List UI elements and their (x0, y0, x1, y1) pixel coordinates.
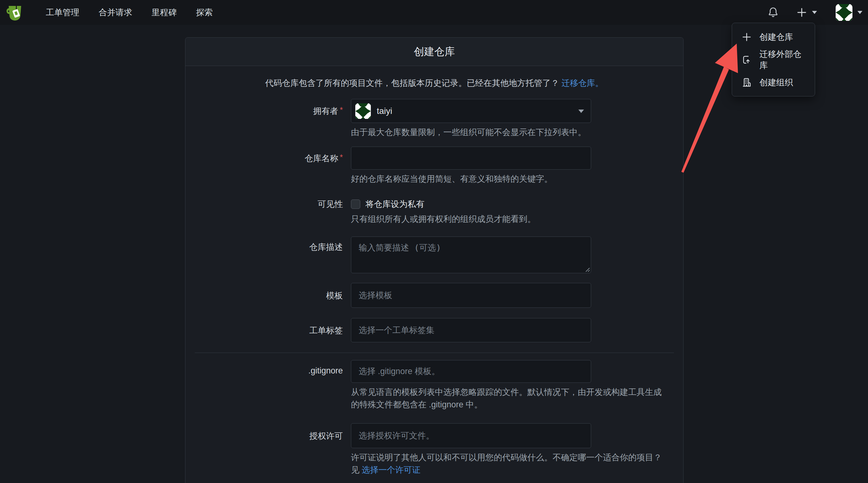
visibility-help: 只有组织所有人或拥有权利的组织成员才能看到。 (351, 213, 666, 225)
gitea-logo[interactable] (6, 3, 24, 22)
issue-labels-label: 工单标签 (195, 318, 351, 336)
template-row: 模板 (195, 283, 674, 308)
owner-value: taiyi (377, 106, 392, 116)
gitignore-row: .gitignore 从常见语言的模板列表中选择忽略跟踪的文件。默认情况下，由开… (195, 360, 674, 411)
chevron-down-icon (578, 110, 584, 113)
owner-label: 拥有者* (195, 99, 351, 117)
organization-icon (741, 77, 752, 88)
description-row: 仓库描述 (195, 237, 674, 273)
visibility-label: 可见性 (195, 199, 351, 210)
repo-name-help: 好的仓库名称应当使用简短、有意义和独特的关键字。 (351, 173, 666, 185)
license-help: 许可证说明了其他人可以和不可以用您的代码做什么。不确定哪一个适合你的项目？见 选… (351, 451, 666, 476)
license-label: 授权许可 (195, 423, 351, 442)
notifications-button[interactable] (767, 0, 779, 25)
owner-help: 由于最大仓库数量限制，一些组织可能不会显示在下拉列表中。 (351, 126, 666, 139)
required-asterisk: * (340, 153, 343, 161)
owner-row: 拥有者* (195, 99, 674, 139)
nav-link-milestones[interactable]: 里程碑 (142, 0, 186, 25)
bell-icon (767, 6, 779, 18)
top-navbar: 工单管理 合并请求 里程碑 探索 (0, 0, 868, 25)
menu-item-label: 创建组织 (760, 77, 793, 88)
nav-links: 工单管理 合并请求 里程碑 探索 (36, 0, 222, 25)
license-row: 授权许可 许可证说明了其他人可以和不可以用您的代码做什么。不确定哪一个适合你的项… (195, 423, 674, 476)
menu-item-label: 创建仓库 (760, 31, 793, 42)
create-repository-form: 创建仓库 代码仓库包含了所有的项目文件，包括版本历史记录。已经在其他地方托管了？… (185, 37, 683, 483)
menu-item-create-repository[interactable]: 创建仓库 (732, 26, 815, 48)
avatar (836, 4, 852, 21)
private-checkbox[interactable] (351, 200, 360, 209)
private-checkbox-label[interactable]: 将仓库设为私有 (366, 199, 424, 210)
gitignore-label: .gitignore (195, 360, 351, 375)
chevron-down-icon (812, 11, 817, 14)
owner-label-text: 拥有者 (313, 107, 338, 116)
repo-name-row: 仓库名称* 好的仓库名称应当使用简短、有意义和独特的关键字。 (195, 147, 674, 185)
gitignore-input[interactable] (351, 360, 591, 383)
form-intro: 代码仓库包含了所有的项目文件，包括版本历史记录。已经在其他地方托管了？ 迁移仓库… (195, 78, 674, 88)
template-input[interactable] (351, 283, 591, 308)
nav-link-issues[interactable]: 工单管理 (36, 0, 89, 25)
menu-item-label: 迁移外部仓库 (760, 49, 806, 71)
issue-labels-row: 工单标签 (195, 318, 674, 342)
resize-handle[interactable] (584, 266, 590, 272)
nav-link-explore[interactable]: 探索 (186, 0, 222, 25)
intro-text: 代码仓库包含了所有的项目文件，包括版本历史记录。已经在其他地方托管了？ (265, 79, 559, 88)
create-new-menu: 创建仓库 迁移外部仓库 (732, 23, 815, 96)
description-label: 仓库描述 (195, 237, 351, 253)
owner-select[interactable]: taiyi (351, 99, 591, 123)
migrate-icon (741, 55, 752, 65)
menu-item-migrate-repository[interactable]: 迁移外部仓库 (732, 48, 815, 71)
description-textarea[interactable] (351, 237, 591, 273)
repo-name-label: 仓库名称* (195, 147, 351, 164)
visibility-row: 可见性 将仓库设为私有 只有组织所有人或拥有权利的组织成员才能看到。 (195, 199, 674, 225)
gitea-create-repo-page: 工单管理 合并请求 里程碑 探索 (0, 0, 868, 483)
license-input[interactable] (351, 423, 591, 448)
plus-icon (741, 32, 752, 42)
create-new-dropdown-button[interactable] (797, 0, 817, 25)
plus-icon (797, 7, 807, 18)
chevron-down-icon (858, 11, 862, 14)
gitignore-help: 从常见语言的模板列表中选择忽略跟踪的文件。默认情况下，由开发或构建工具生成的特殊… (351, 386, 666, 411)
owner-avatar (355, 103, 371, 119)
issue-labels-input[interactable] (351, 318, 591, 342)
choose-license-link[interactable]: 选择一个许可证 (362, 465, 421, 475)
required-asterisk: * (340, 105, 343, 114)
form-title: 创建仓库 (185, 38, 683, 66)
user-dropdown-button[interactable] (836, 0, 862, 25)
nav-link-pulls[interactable]: 合并请求 (89, 0, 142, 25)
menu-item-create-organization[interactable]: 创建组织 (732, 71, 815, 94)
template-label: 模板 (195, 283, 351, 301)
repo-name-label-text: 仓库名称 (305, 154, 338, 163)
section-divider (195, 353, 674, 353)
repo-name-input[interactable] (351, 147, 591, 170)
migrate-repo-link[interactable]: 迁移仓库。 (562, 79, 603, 88)
